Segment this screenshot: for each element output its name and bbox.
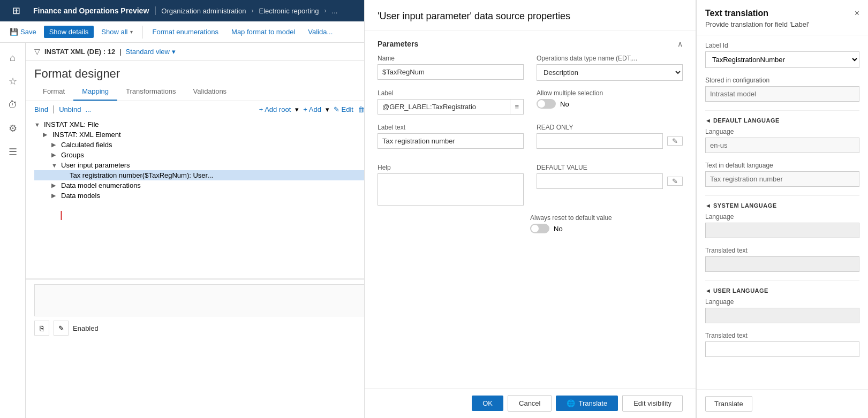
readonly-input[interactable] [537, 133, 663, 149]
default-lang-label: Language [705, 128, 859, 135]
tree-item-user-input[interactable]: ▼ User input parameters [34, 160, 381, 170]
default-lang-group: Language [705, 128, 859, 153]
user-translated-input[interactable] [705, 341, 859, 357]
edit-button[interactable]: ✎ Edit [334, 105, 353, 113]
tree-item-tax-reg[interactable]: Tax registration number($TaxRegNum): Use… [34, 170, 381, 180]
sys-lang-input [705, 223, 859, 238]
page-title: Format designer [26, 60, 390, 83]
sys-translated-input [705, 256, 859, 272]
view-arrow: ▾ [172, 48, 176, 56]
format-enumerations-button[interactable]: Format enumerations [147, 26, 224, 38]
label-id-select[interactable]: TaxRegistrationNumber [705, 51, 859, 68]
always-reset-toggle[interactable] [530, 224, 549, 233]
ops-select[interactable]: Description [537, 64, 683, 81]
labeltext-group: Label text [378, 124, 524, 155]
panel-edit-btn[interactable]: ✎ [54, 321, 69, 336]
tab-mapping[interactable]: Mapping [73, 83, 117, 101]
breadcrumb-er[interactable]: Electronic reporting [254, 7, 324, 15]
ok-button[interactable]: OK [472, 396, 503, 411]
readonly-input-row: ✎ [537, 133, 683, 149]
tree-item-data-enum[interactable]: ▶ Data model enumerations [34, 180, 381, 191]
translate-button[interactable]: 🌐 Translate [556, 396, 618, 411]
label-scroll-btn[interactable]: ≡ [510, 99, 524, 115]
show-details-label: Show details [49, 28, 89, 36]
sidebar-menu-icon[interactable]: ☰ [2, 141, 24, 163]
tab-validations[interactable]: Validations [184, 83, 235, 101]
view-label: Standard view [126, 48, 170, 56]
unbind-button[interactable]: Unbind [59, 105, 81, 113]
save-button[interactable]: 💾 Save [4, 26, 42, 38]
toolbar-sep-1 [142, 26, 143, 39]
show-all-button[interactable]: Show all ▾ [96, 26, 138, 38]
right-panel-header-content: Text translation Provide translation for… [705, 9, 809, 28]
tab-transformations[interactable]: Transformations [117, 83, 184, 101]
defaultval-edit-btn[interactable]: ✎ [667, 177, 683, 186]
sys-translated-group: Translated text [705, 247, 859, 272]
breadcrumb-more-label: ... [332, 7, 338, 15]
filter-icon[interactable]: ▽ [34, 47, 40, 56]
collapse-btn[interactable]: ∧ [677, 40, 683, 48]
system-lang-section: ◄ SYSTEM LANGUAGE [705, 202, 859, 209]
breadcrumb-er-label: Electronic reporting [259, 7, 319, 15]
dialog-body: Parameters ∧ Name Operations data type n… [365, 31, 696, 388]
allow-multiple-label: Allow multiple selection [537, 89, 683, 97]
breadcrumb-more[interactable]: ... [327, 7, 343, 15]
label-input[interactable] [378, 99, 510, 115]
cancel-button[interactable]: Cancel [508, 395, 552, 412]
readonly-edit-btn[interactable]: ✎ [667, 136, 683, 146]
help-label: Help [378, 164, 524, 171]
label-id-group: Label Id TaxRegistrationNumber [705, 42, 859, 68]
parameters-section-title: Parameters [378, 40, 418, 48]
allow-multiple-toggle[interactable] [537, 99, 556, 109]
tree-sep-2: ▾ [295, 105, 299, 113]
name-input[interactable] [378, 64, 524, 80]
view-selector[interactable]: Standard view ▾ [126, 48, 176, 56]
rp-translate-button[interactable]: Translate [705, 396, 752, 412]
bind-button[interactable]: Bind [34, 105, 48, 113]
save-icon: 💾 [10, 28, 18, 36]
tree-arrow-2: ▶ [51, 141, 59, 148]
panel-copy-btn[interactable]: ⎘ [34, 321, 49, 336]
add-button[interactable]: + Add [303, 105, 321, 113]
user-lang-arrow: ◄ [705, 287, 711, 294]
add-root-button[interactable]: + Add root [259, 105, 291, 113]
tree-item-instat-element[interactable]: ▶ INSTAT: XML Element [34, 130, 381, 140]
sidebar-home-icon[interactable]: ⌂ [2, 47, 24, 69]
tree-item-groups[interactable]: ▶ Groups [34, 150, 381, 160]
tree-arrow-1: ▶ [43, 131, 50, 138]
map-format-label: Map format to model [231, 28, 295, 36]
labeltext-input[interactable] [378, 133, 524, 149]
sidebar-recent-icon[interactable]: ⏱ [2, 94, 24, 116]
label-group: Label ≡ [378, 89, 524, 115]
tree-item-data-models[interactable]: ▶ Data models [34, 191, 381, 201]
tree-arrow-0: ▼ [34, 121, 42, 128]
user-lang-input [705, 308, 859, 323]
tree-item-label-2: Calculated fields [61, 141, 112, 149]
always-reset-group: Always reset to default value No [530, 214, 683, 240]
sys-lang-label: Language [705, 213, 859, 221]
edit-visibility-button[interactable]: Edit visibility [622, 395, 683, 412]
right-panel-subtitle: Provide translation for field 'Label' [705, 20, 809, 28]
name-label: Name [378, 55, 524, 62]
tab-format[interactable]: Format [34, 83, 73, 101]
show-details-button[interactable]: Show details [44, 26, 94, 38]
sidebar-star-icon[interactable]: ☆ [2, 71, 24, 92]
more-button[interactable]: ... [85, 105, 91, 113]
defaultval-input[interactable] [537, 173, 663, 189]
tree-item-calc[interactable]: ▶ Calculated fields [34, 140, 381, 150]
tree-item-instat-xml[interactable]: ▼ INSTAT XML: File [34, 119, 381, 130]
tree-item-label-5: Tax registration number($TaxRegNum): Use… [70, 171, 213, 179]
always-reset-toggle-row: No [530, 224, 683, 233]
sidebar-settings-icon[interactable]: ⚙ [2, 118, 24, 139]
label-id-label: Label Id [705, 42, 859, 49]
breadcrumb-org[interactable]: Organization administration [156, 7, 251, 15]
close-button[interactable]: × [855, 9, 859, 18]
map-format-button[interactable]: Map format to model [226, 26, 300, 38]
apps-icon[interactable]: ⊞ [5, 0, 27, 21]
readonly-group: READ ONLY ✎ [537, 124, 683, 155]
help-input[interactable] [378, 173, 524, 206]
validations-button[interactable]: Valida... [303, 26, 338, 38]
show-all-arrow: ▾ [130, 29, 133, 35]
default-lang-input [705, 138, 859, 153]
system-lang-arrow: ◄ [705, 202, 711, 209]
